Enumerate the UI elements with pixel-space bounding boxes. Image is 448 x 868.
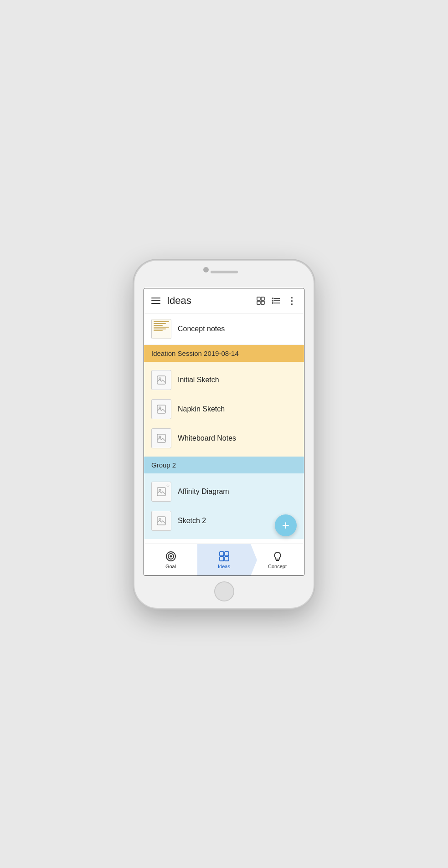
item-label: Affinity Diagram (178, 488, 229, 496)
svg-rect-26 (225, 557, 229, 561)
image-placeholder-icon (156, 433, 166, 443)
item-thumbnail (151, 428, 171, 448)
group-title: Group 2 (151, 461, 176, 469)
more-options-icon[interactable]: ⋮ (287, 296, 297, 305)
target-icon (165, 550, 177, 562)
item-label: Initial Sketch (178, 376, 219, 384)
item-thumbnail (151, 511, 171, 531)
doc-line (154, 327, 169, 328)
group-header[interactable]: Ideation Session 2019-08-14 (144, 345, 304, 362)
svg-rect-24 (225, 552, 229, 556)
svg-point-9 (273, 303, 273, 303)
star-badge: ☆ (166, 483, 170, 488)
doc-line (154, 323, 166, 324)
item-thumbnail (151, 319, 171, 339)
svg-point-8 (273, 300, 273, 301)
grid-view-icon[interactable] (256, 296, 265, 305)
header-actions: ⋮ (256, 296, 297, 305)
doc-line (154, 329, 166, 329)
image-placeholder-icon (156, 516, 166, 526)
list-item[interactable]: Initial Sketch (151, 365, 297, 395)
doc-thumbnail (152, 319, 171, 339)
nav-item-goal[interactable]: Goal (144, 544, 197, 575)
item-label: Concept notes (178, 325, 225, 333)
item-thumbnail (151, 370, 171, 390)
svg-point-7 (273, 298, 273, 299)
item-label: Whiteboard Notes (178, 434, 236, 442)
page-title: Ideas (167, 295, 256, 307)
bottom-spacer (144, 539, 304, 544)
item-thumbnail (151, 399, 171, 419)
svg-rect-0 (257, 297, 260, 300)
list-view-icon[interactable] (272, 296, 281, 305)
svg-rect-25 (220, 557, 224, 561)
content-area[interactable]: Concept notes Ideation Session 2019-08-1… (144, 313, 304, 544)
bottom-navigation: Goal Ideas (144, 544, 304, 575)
svg-rect-16 (157, 488, 165, 496)
svg-rect-3 (261, 301, 264, 304)
nav-label-ideas: Ideas (218, 564, 230, 569)
svg-rect-12 (157, 405, 165, 413)
add-fab-button[interactable]: + (275, 514, 297, 536)
doc-line (154, 330, 163, 331)
svg-rect-2 (257, 301, 260, 304)
phone-screen: Ideas (144, 288, 304, 576)
item-label: Napkin Sketch (178, 405, 225, 413)
svg-rect-18 (157, 517, 165, 525)
svg-rect-1 (261, 297, 264, 300)
image-placeholder-icon (156, 375, 166, 385)
nav-label-goal: Goal (165, 564, 176, 569)
phone-body: Ideas (134, 261, 314, 608)
plus-icon: + (282, 518, 289, 533)
svg-rect-23 (220, 552, 224, 556)
image-placeholder-icon (156, 404, 166, 414)
group-title: Ideation Session 2019-08-14 (151, 349, 239, 357)
doc-line (154, 321, 169, 322)
bulb-icon (272, 550, 283, 562)
doc-line (154, 325, 163, 326)
svg-rect-10 (157, 376, 165, 384)
menu-icon[interactable] (151, 298, 160, 304)
home-button[interactable] (214, 581, 234, 601)
grid-nav-icon (218, 550, 230, 562)
item-label: Sketch 2 (178, 517, 206, 525)
phone-camera (203, 267, 209, 272)
nav-item-ideas[interactable]: Ideas (197, 544, 251, 575)
group-content: Initial Sketch Napkin Sketch (144, 362, 304, 457)
list-item[interactable]: Sketch 2 (151, 506, 297, 535)
group-ideation-session: Ideation Session 2019-08-14 I (144, 345, 304, 457)
svg-point-22 (170, 555, 172, 557)
item-thumbnail: ☆ (151, 482, 171, 502)
app-header: Ideas (144, 288, 304, 313)
nav-item-concept[interactable]: Concept (251, 544, 304, 575)
svg-rect-14 (157, 434, 165, 442)
nav-label-concept: Concept (268, 564, 287, 569)
list-item[interactable]: Napkin Sketch (151, 395, 297, 424)
phone-speaker (211, 271, 238, 273)
image-placeholder-icon (156, 487, 166, 497)
phone-wrapper: Ideas (134, 261, 314, 608)
list-item[interactable]: Whiteboard Notes (151, 424, 297, 453)
list-item[interactable]: ☆ Affinity Diagram (151, 477, 297, 506)
list-item[interactable]: Concept notes (144, 313, 304, 345)
group-header[interactable]: Group 2 (144, 457, 304, 473)
